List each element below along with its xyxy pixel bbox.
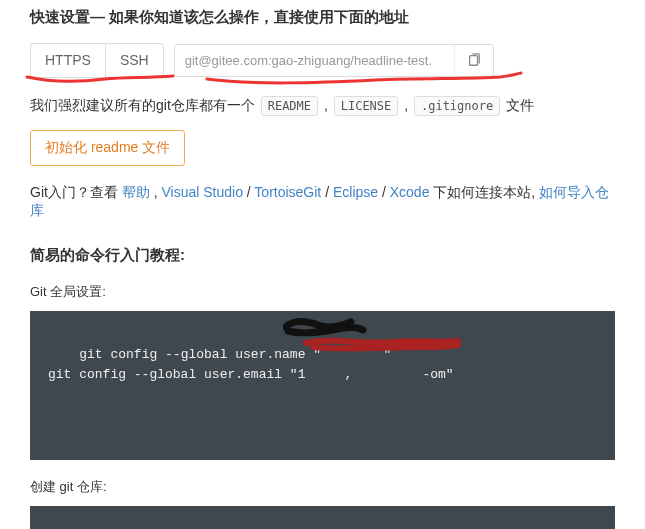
xcode-link[interactable]: Xcode	[390, 184, 430, 200]
links-mid: 下如何连接本站,	[429, 184, 539, 200]
copy-icon	[467, 53, 481, 67]
help-links-row: Git入门？查看 帮助 , Visual Studio / TortoiseGi…	[30, 184, 615, 220]
eclipse-link[interactable]: Eclipse	[333, 184, 378, 200]
global-code-text: git config --global user.name " " git co…	[48, 347, 454, 382]
svg-rect-0	[469, 56, 477, 66]
recommend-text: 我们强烈建议所有的git仓库都有一个 README , LICENSE , .g…	[30, 96, 615, 116]
slash2: /	[321, 184, 333, 200]
tortoisegit-link[interactable]: TortoiseGit	[254, 184, 321, 200]
recommend-prefix: 我们强烈建议所有的git仓库都有一个	[30, 97, 259, 113]
init-readme-button[interactable]: 初始化 readme 文件	[30, 130, 185, 166]
annotation-underline-1	[25, 73, 175, 85]
visual-studio-link[interactable]: Visual Studio	[161, 184, 242, 200]
recommend-suffix: 文件	[502, 97, 534, 113]
links-prefix: Git入门？查看	[30, 184, 122, 200]
readme-tag: README	[261, 96, 318, 116]
create-repo-label: 创建 git 仓库:	[30, 478, 615, 496]
redaction-scribble-1	[283, 315, 368, 337]
create-repo-code[interactable]: mkdir headline-test cd headline-test git…	[30, 506, 615, 529]
slash3: /	[378, 184, 390, 200]
global-settings-code[interactable]: git config --global user.name " " git co…	[30, 311, 615, 460]
slash1: /	[243, 184, 254, 200]
help-link[interactable]: 帮助	[122, 184, 150, 200]
sep1: ,	[150, 184, 162, 200]
quick-setup-title: 快速设置— 如果你知道该怎么操作，直接使用下面的地址	[30, 8, 615, 27]
tutorial-title: 简易的命令行入门教程:	[30, 246, 615, 265]
global-settings-label: Git 全局设置:	[30, 283, 615, 301]
annotation-underline-2	[205, 71, 525, 89]
gitignore-tag: .gitignore	[414, 96, 500, 116]
license-tag: LICENSE	[334, 96, 399, 116]
